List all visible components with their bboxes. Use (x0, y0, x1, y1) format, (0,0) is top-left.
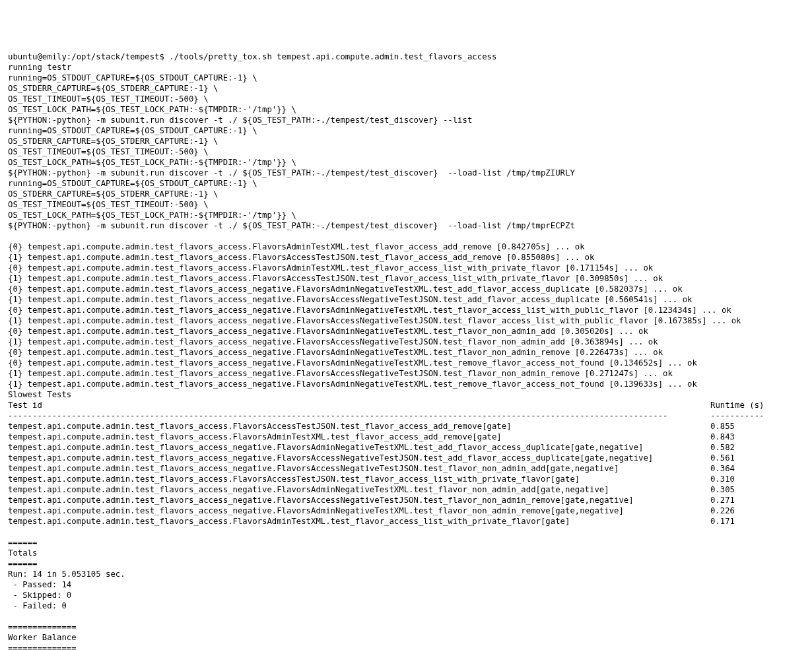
worker-title: Worker Balance (8, 632, 804, 643)
slowest-test-id: tempest.api.compute.admin.test_flavors_a… (8, 484, 710, 495)
env-line: OS_TEST_TIMEOUT=${OS_TEST_TIMEOUT:-500} … (8, 146, 804, 157)
env-line: OS_TEST_TIMEOUT=${OS_TEST_TIMEOUT:-500} … (8, 94, 804, 104)
slowest-runtime: ----------- (710, 410, 764, 421)
slowest-runtime: 0.305 (710, 484, 735, 495)
env-line: OS_STDERR_CAPTURE=${OS_STDERR_CAPTURE:-1… (8, 189, 804, 199)
test-result-line: {1} tempest.api.compute.admin.test_flavo… (8, 273, 804, 284)
env-line: OS_TEST_LOCK_PATH=${OS_TEST_LOCK_PATH:-$… (8, 157, 804, 168)
test-result-line: {0} tempest.api.compute.admin.test_flavo… (8, 326, 804, 337)
slowest-runtime: 0.226 (710, 505, 735, 516)
slowest-row: tempest.api.compute.admin.test_flavors_a… (8, 516, 804, 527)
test-result-line: {0} tempest.api.compute.admin.test_flavo… (8, 358, 804, 368)
env-line: ${PYTHON:-python} -m subunit.run discove… (8, 168, 804, 178)
header-test-id: Test id (8, 400, 710, 410)
blank-line (8, 611, 804, 622)
slowest-row: tempest.api.compute.admin.test_flavors_a… (8, 432, 804, 442)
totals-skipped: - Skipped: 0 (8, 590, 804, 601)
totals-sep: ====== (8, 537, 804, 548)
slowest-title: Slowest Tests (8, 389, 804, 400)
slowest-test-id: tempest.api.compute.admin.test_flavors_a… (8, 474, 710, 484)
slowest-row: tempest.api.compute.admin.test_flavors_a… (8, 453, 804, 463)
slowest-row: tempest.api.compute.admin.test_flavors_a… (8, 505, 804, 516)
slowest-test-id: ----------------------------------------… (8, 410, 710, 421)
slowest-row: tempest.api.compute.admin.test_flavors_a… (8, 442, 804, 453)
slowest-test-id: tempest.api.compute.admin.test_flavors_a… (8, 421, 710, 432)
env-line: OS_STDERR_CAPTURE=${OS_STDERR_CAPTURE:-1… (8, 136, 804, 146)
slowest-runtime: 0.561 (710, 453, 735, 463)
slowest-row: tempest.api.compute.admin.test_flavors_a… (8, 484, 804, 495)
shell-prompt: ubuntu@emily:/opt/stack/tempest$ ./tools… (8, 51, 804, 62)
terminal-output[interactable]: ubuntu@emily:/opt/stack/tempest$ ./tools… (8, 51, 804, 650)
worker-sep: ============== (8, 622, 804, 632)
totals-passed: - Passed: 14 (8, 579, 804, 590)
env-line: running=OS_STDOUT_CAPTURE=${OS_STDOUT_CA… (8, 178, 804, 189)
env-line: ${PYTHON:-python} -m subunit.run discove… (8, 220, 804, 231)
slowest-runtime: 0.843 (710, 432, 735, 442)
test-result-line: {1} tempest.api.compute.admin.test_flavo… (8, 294, 804, 305)
test-result-line: {1} tempest.api.compute.admin.test_flavo… (8, 368, 804, 379)
slowest-runtime: 0.271 (710, 495, 735, 505)
test-result-line: {0} tempest.api.compute.admin.test_flavo… (8, 347, 804, 358)
env-line: OS_TEST_LOCK_PATH=${OS_TEST_LOCK_PATH:-$… (8, 210, 804, 220)
slowest-row: tempest.api.compute.admin.test_flavors_a… (8, 495, 804, 505)
slowest-test-id: tempest.api.compute.admin.test_flavors_a… (8, 453, 710, 463)
slowest-runtime: 0.310 (710, 474, 735, 484)
totals-failed: - Failed: 0 (8, 601, 804, 611)
blank-line (8, 231, 804, 242)
env-line: running=OS_STDOUT_CAPTURE=${OS_STDOUT_CA… (8, 125, 804, 136)
env-line: running testr (8, 62, 804, 73)
slowest-test-id: tempest.api.compute.admin.test_flavors_a… (8, 495, 710, 505)
slowest-header: Test idRuntime (s) (8, 400, 804, 410)
slowest-runtime: 0.582 (710, 442, 735, 453)
worker-sep: ============== (8, 643, 804, 650)
test-result-line: {0} tempest.api.compute.admin.test_flavo… (8, 305, 804, 315)
slowest-test-id: tempest.api.compute.admin.test_flavors_a… (8, 442, 710, 453)
env-line: running=OS_STDOUT_CAPTURE=${OS_STDOUT_CA… (8, 73, 804, 83)
test-result-line: {1} tempest.api.compute.admin.test_flavo… (8, 252, 804, 263)
slowest-test-id: tempest.api.compute.admin.test_flavors_a… (8, 463, 710, 474)
env-line: OS_TEST_TIMEOUT=${OS_TEST_TIMEOUT:-500} … (8, 199, 804, 210)
slowest-runtime: 0.855 (710, 421, 735, 432)
env-line: OS_TEST_LOCK_PATH=${OS_TEST_LOCK_PATH:-$… (8, 104, 804, 115)
test-result-line: {1} tempest.api.compute.admin.test_flavo… (8, 379, 804, 389)
blank-line (8, 527, 804, 537)
slowest-runtime: 0.364 (710, 463, 735, 474)
test-result-line: {0} tempest.api.compute.admin.test_flavo… (8, 284, 804, 294)
header-runtime: Runtime (s) (710, 400, 764, 410)
slowest-test-id: tempest.api.compute.admin.test_flavors_a… (8, 505, 710, 516)
slowest-test-id: tempest.api.compute.admin.test_flavors_a… (8, 432, 710, 442)
test-result-line: {1} tempest.api.compute.admin.test_flavo… (8, 337, 804, 347)
slowest-row: tempest.api.compute.admin.test_flavors_a… (8, 474, 804, 484)
env-line: ${PYTHON:-python} -m subunit.run discove… (8, 115, 804, 125)
slowest-runtime: 0.171 (710, 516, 735, 527)
slowest-row: tempest.api.compute.admin.test_flavors_a… (8, 421, 804, 432)
test-result-line: {1} tempest.api.compute.admin.test_flavo… (8, 315, 804, 326)
slowest-divider: ----------------------------------------… (8, 410, 804, 421)
totals-sep: ====== (8, 558, 804, 569)
test-result-line: {0} tempest.api.compute.admin.test_flavo… (8, 242, 804, 252)
slowest-row: tempest.api.compute.admin.test_flavors_a… (8, 463, 804, 474)
env-line: OS_STDERR_CAPTURE=${OS_STDERR_CAPTURE:-1… (8, 83, 804, 94)
test-result-line: {0} tempest.api.compute.admin.test_flavo… (8, 263, 804, 273)
totals-title: Totals (8, 548, 804, 558)
slowest-test-id: tempest.api.compute.admin.test_flavors_a… (8, 516, 710, 527)
totals-run: Run: 14 in 5.053105 sec. (8, 569, 804, 579)
